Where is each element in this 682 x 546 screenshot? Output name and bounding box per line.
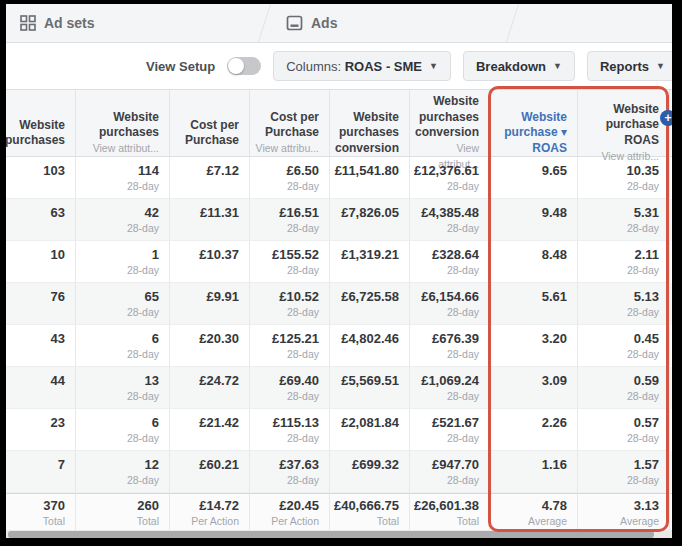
cell-attribution-window: 28-day xyxy=(287,179,319,195)
tab-label-ad-sets: Ad sets xyxy=(44,15,95,31)
totals-value: 3.13 xyxy=(634,498,659,514)
table-cell: 5.1328-day xyxy=(578,283,670,325)
column-title: Website purchase ▾ ROAS xyxy=(494,110,567,157)
scrollbar-thumb[interactable] xyxy=(8,531,654,538)
table-cell: 0.5728-day xyxy=(578,409,670,451)
totals-cell: 4.78Average xyxy=(490,494,578,530)
table-row[interactable]: 71228-day£60.21£37.6328-day£699.32£947.7… xyxy=(6,451,672,493)
table-cell: 44 xyxy=(6,367,76,409)
columns-button[interactable]: Columns: ROAS - SME ▼ xyxy=(273,51,451,81)
table-cell: 1.5728-day xyxy=(578,451,670,493)
toolbar: View Setup Columns: ROAS - SME ▼ Breakdo… xyxy=(6,43,672,89)
totals-label: Per Action xyxy=(191,514,239,530)
cell-attribution-window: 28-day xyxy=(627,431,659,447)
table-cell: £125.2128-day xyxy=(250,325,330,367)
totals-cell: £20.45Per Action xyxy=(250,494,330,530)
table-cell: £69.4028-day xyxy=(250,367,330,409)
table-row[interactable]: 10311428-day£7.12£6.5028-day£11,541.80£1… xyxy=(6,157,672,199)
table-cell: £1,069.2428-day xyxy=(410,367,490,409)
cell-attribution-window: 28-day xyxy=(447,221,479,237)
cell-attribution-window: 28-day xyxy=(447,179,479,195)
table-row[interactable]: 23628-day£21.42£115.1328-day£2,081.84£52… xyxy=(6,409,672,451)
breakdown-button[interactable]: Breakdown ▼ xyxy=(463,51,575,81)
cell-value: 13 xyxy=(145,373,159,389)
cell-value: £11.31 xyxy=(200,205,239,221)
totals-label: Per Action xyxy=(271,514,319,530)
cell-value: £328.64 xyxy=(432,247,479,263)
cell-value: 7 xyxy=(58,457,65,473)
cell-value: £5,569.51 xyxy=(341,373,399,389)
column-title: Website purchases conversion xyxy=(334,110,399,157)
table-cell: 2.1128-day xyxy=(578,241,670,283)
table-cell: £10.37 xyxy=(170,241,250,283)
ads-metrics-table: Website purchasesWebsite purchasesView a… xyxy=(6,89,672,530)
reports-button[interactable]: Reports ▼ xyxy=(587,51,672,81)
cell-value: £10.37 xyxy=(199,247,239,263)
table-row[interactable]: 43628-day£20.30£125.2128-day£4,802.46£67… xyxy=(6,325,672,367)
cell-value: 44 xyxy=(51,373,65,389)
cell-value: 0.59 xyxy=(634,373,659,389)
totals-label: Average xyxy=(528,514,567,530)
cell-value: £6,154.66 xyxy=(421,289,479,305)
totals-cell: £26,601.38Total xyxy=(410,494,490,530)
table-cell: £2,081.84 xyxy=(330,409,410,451)
totals-value: 4.78 xyxy=(542,498,567,514)
table-row[interactable]: 441328-day£24.72£69.4028-day£5,569.51£1,… xyxy=(6,367,672,409)
cell-value: £10.52 xyxy=(279,289,319,305)
cell-value: £125.21 xyxy=(272,331,319,347)
table-cell: £21.42 xyxy=(170,409,250,451)
table-cell: 76 xyxy=(6,283,76,325)
totals-value: £26,601.38 xyxy=(414,498,479,514)
view-setup-toggle[interactable] xyxy=(227,57,261,75)
tab-separator xyxy=(506,4,519,42)
cell-value: 9.65 xyxy=(542,163,567,179)
ads-icon xyxy=(286,15,303,31)
table-cell: £676.3928-day xyxy=(410,325,490,367)
cell-attribution-window: 28-day xyxy=(127,347,159,363)
cell-attribution-window: 28-day xyxy=(127,179,159,195)
columns-value: ROAS - SME xyxy=(345,59,422,74)
cell-value: £20.30 xyxy=(199,331,239,347)
table-cell: £60.21 xyxy=(170,451,250,493)
table-cell: 628-day xyxy=(76,325,170,367)
totals-label: Total xyxy=(377,514,399,530)
table-cell: £7,826.05 xyxy=(330,199,410,241)
cell-value: £16.51 xyxy=(279,205,319,221)
tab-ad-sets[interactable]: Ad sets xyxy=(6,4,109,42)
breakdown-label: Breakdown xyxy=(476,59,546,74)
table-cell: 9.65 xyxy=(490,157,578,199)
table-cell: 10.3528-day xyxy=(578,157,670,199)
cell-value: 10.35 xyxy=(626,163,659,179)
table-cell: 9.48 xyxy=(490,199,578,241)
cell-value: £37.63 xyxy=(279,457,319,473)
totals-value: 260 xyxy=(137,498,159,514)
cell-attribution-window: 28-day xyxy=(627,179,659,195)
column-title: Cost per Purchase xyxy=(174,118,239,149)
table-row[interactable]: 766528-day£9.91£10.5228-day£6,725.58£6,1… xyxy=(6,283,672,325)
cell-attribution-window: 28-day xyxy=(447,305,479,321)
totals-cell: 260Total xyxy=(76,494,170,530)
table-cell: 0.4528-day xyxy=(578,325,670,367)
add-column-icon[interactable]: + xyxy=(660,110,672,126)
table-cell: £10.5228-day xyxy=(250,283,330,325)
table-cell: £24.72 xyxy=(170,367,250,409)
table-cell: 11428-day xyxy=(76,157,170,199)
table-row[interactable]: 634228-day£11.31£16.5128-day£7,826.05£4,… xyxy=(6,199,672,241)
cell-value: £1,319.21 xyxy=(341,247,399,263)
cell-value: £521.67 xyxy=(432,415,479,431)
cell-value: £9.91 xyxy=(206,289,239,305)
column-attribution-label: View attribu... xyxy=(256,141,319,157)
cell-value: 43 xyxy=(51,331,65,347)
cell-value: £6.50 xyxy=(286,163,319,179)
table-cell: £115.1328-day xyxy=(250,409,330,451)
cell-attribution-window: 28-day xyxy=(127,389,159,405)
tab-label-ads: Ads xyxy=(311,15,337,31)
table-cell: 7 xyxy=(6,451,76,493)
cell-value: 9.48 xyxy=(542,205,567,221)
table-cell: £4,802.46 xyxy=(330,325,410,367)
table-row[interactable]: 10128-day£10.37£155.5228-day£1,319.21£32… xyxy=(6,241,672,283)
horizontal-scrollbar[interactable] xyxy=(6,530,672,538)
table-cell: £37.6328-day xyxy=(250,451,330,493)
totals-label: Total xyxy=(43,514,65,530)
tab-ads[interactable]: Ads xyxy=(272,4,351,42)
